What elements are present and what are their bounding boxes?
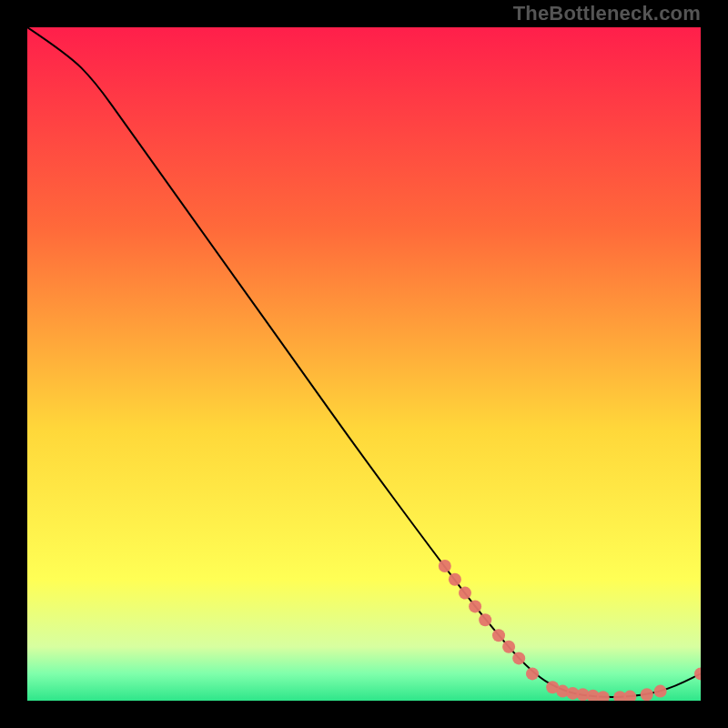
highlight-dot	[439, 560, 451, 572]
highlight-dot	[526, 667, 539, 680]
highlight-dot	[469, 600, 481, 612]
highlight-dot	[479, 613, 491, 626]
highlight-dot	[502, 641, 515, 653]
chart-frame: TheBottleneck.com	[0, 0, 728, 728]
highlight-dot	[492, 629, 505, 642]
highlight-dot	[512, 652, 525, 664]
highlight-dot	[654, 685, 667, 698]
attribution-label: TheBottleneck.com	[513, 2, 701, 25]
bottleneck-chart	[27, 27, 701, 701]
highlight-dot	[449, 573, 461, 586]
highlight-dot	[459, 587, 471, 600]
highlight-dot	[641, 688, 653, 701]
